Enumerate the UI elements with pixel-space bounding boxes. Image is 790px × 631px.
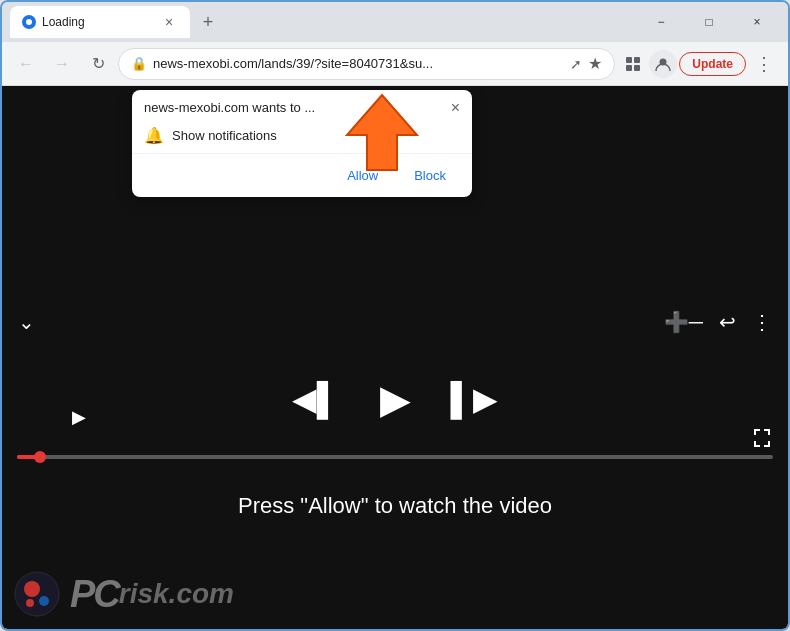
refresh-button[interactable]: ↻: [82, 48, 114, 80]
popup-title: news-mexobi.com wants to ...: [144, 100, 315, 115]
player-toolbar: ⌄ ➕─ ↩ ⋮: [2, 306, 788, 338]
lock-icon: 🔒: [131, 56, 147, 71]
svg-rect-3: [634, 65, 640, 71]
svg-rect-1: [634, 57, 640, 63]
browser-window: Loading × + − □ × ← → ↻ 🔒 news-mexobi.co…: [0, 0, 790, 631]
more-options-icon[interactable]: ⋮: [752, 310, 772, 334]
tab-area: Loading × +: [10, 6, 630, 38]
progress-dot: [34, 451, 46, 463]
maximize-button[interactable]: □: [686, 6, 732, 38]
svg-point-7: [24, 581, 40, 597]
text-overlay: Press "Allow" to watch the video: [2, 493, 788, 519]
tab-favicon: [22, 15, 36, 29]
close-button[interactable]: ×: [734, 6, 780, 38]
title-bar: Loading × + − □ ×: [2, 2, 788, 42]
svg-point-8: [39, 596, 49, 606]
progress-bar[interactable]: [17, 455, 773, 459]
popup-close-button[interactable]: ×: [451, 100, 460, 116]
pcrisk-watermark: PC risk.com: [12, 569, 234, 619]
address-bar[interactable]: 🔒 news-mexobi.com/lands/39/?site=8040731…: [118, 48, 615, 80]
back-button[interactable]: ←: [10, 48, 42, 80]
tab-close-button[interactable]: ×: [160, 13, 178, 31]
profile-icon[interactable]: [649, 50, 677, 78]
share-icon[interactable]: ↩: [719, 310, 736, 334]
svg-rect-0: [626, 57, 632, 63]
nav-actions: Update ⋮: [619, 48, 780, 80]
fullscreen-icon[interactable]: [751, 426, 773, 454]
playback-controls: ◀▌ ▶ ▌▶: [2, 376, 788, 422]
window-controls: − □ ×: [638, 6, 780, 38]
new-tab-button[interactable]: +: [194, 8, 222, 36]
add-to-queue-icon[interactable]: ➕─: [664, 310, 703, 334]
pcrisk-logo-icon: [12, 569, 62, 619]
pcrisk-text-logo: PC risk.com: [70, 573, 234, 616]
svg-marker-5: [347, 95, 417, 170]
svg-point-9: [26, 599, 34, 607]
share-icon: ➚: [570, 56, 582, 72]
minimize-button[interactable]: −: [638, 6, 684, 38]
forward-button[interactable]: →: [46, 48, 78, 80]
popup-message-text: Show notifications: [172, 128, 277, 143]
next-button[interactable]: ▌▶: [451, 380, 499, 418]
url-text: news-mexobi.com/lands/39/?site=8040731&s…: [153, 56, 564, 71]
play-button[interactable]: ▶: [380, 376, 411, 422]
chevron-down-icon[interactable]: ⌄: [18, 310, 35, 334]
page-content: news-mexobi.com wants to ... × 🔔 Show no…: [2, 86, 788, 629]
bell-icon: 🔔: [144, 126, 164, 145]
player-right-icons: ➕─ ↩ ⋮: [664, 310, 772, 334]
orange-arrow: [342, 90, 422, 180]
extensions-icon[interactable]: [619, 50, 647, 78]
bookmark-icon: ★: [588, 54, 602, 73]
previous-button[interactable]: ◀▌: [292, 380, 340, 418]
svg-rect-2: [626, 65, 632, 71]
menu-button[interactable]: ⋮: [748, 48, 780, 80]
active-tab[interactable]: Loading ×: [10, 6, 190, 38]
progress-area[interactable]: [17, 455, 773, 459]
update-button[interactable]: Update: [679, 52, 746, 76]
nav-bar: ← → ↻ 🔒 news-mexobi.com/lands/39/?site=8…: [2, 42, 788, 86]
tab-title: Loading: [42, 15, 154, 29]
